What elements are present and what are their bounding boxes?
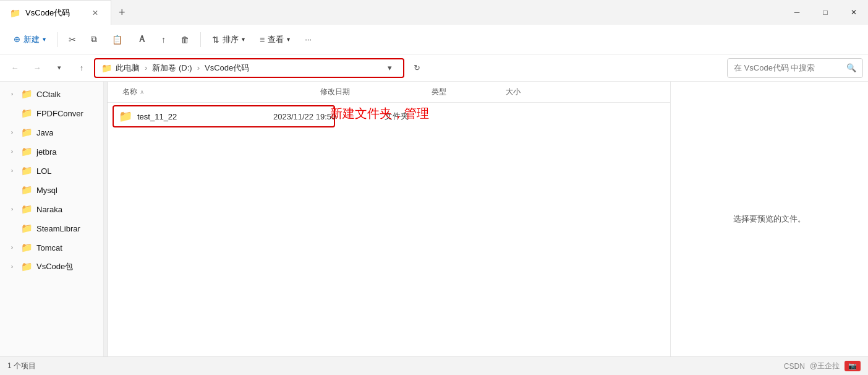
chevron-icon: › [11, 264, 17, 270]
sort-asc-icon: ∧ [140, 88, 144, 95]
view-label: 查看 [268, 34, 284, 45]
cut-button[interactable]: ✂ [62, 32, 82, 48]
copy-icon: ⧉ [91, 34, 97, 45]
recent-button[interactable]: ▾ [49, 58, 69, 78]
copy-button[interactable]: ⧉ [85, 31, 103, 48]
address-folder-icon: 📁 [101, 63, 112, 73]
folder-icon: 📁 [21, 223, 33, 234]
sidebar-item-label: Tomcat [36, 243, 62, 252]
col-header-size[interactable]: 大小 [501, 84, 563, 100]
sidebar-item-label: Naraka [36, 205, 62, 214]
address-sep-2: › [197, 63, 200, 72]
new-icon: ⊕ [14, 35, 20, 44]
sidebar-item-fpdfconver[interactable]: › 📁 FPDFConver [2, 104, 101, 123]
sort-button[interactable]: ⇅ 排序 ▾ [206, 31, 251, 48]
paste-icon: 📋 [112, 35, 122, 45]
col-header-name[interactable]: 名称 ∧ [117, 84, 315, 100]
chevron-icon: › [11, 168, 17, 174]
file-type: 文件夹 [385, 111, 459, 122]
sidebar-item-naraka[interactable]: › 📁 Naraka [2, 200, 101, 218]
sidebar-item-label: Mysql [36, 186, 57, 195]
col-size-label: 大小 [506, 87, 521, 96]
sidebar-item-jetbra[interactable]: › 📁 jetbra [2, 142, 101, 161]
sidebar-item-label: Java [36, 128, 53, 137]
sidebar-item-vscode[interactable]: › 📁 VsCode包 [2, 257, 101, 276]
paste-button[interactable]: 📋 [106, 32, 129, 48]
chevron-icon: › [11, 149, 17, 155]
refresh-button[interactable]: ↻ [407, 58, 427, 78]
sidebar-item-tomcat[interactable]: › 📁 Tomcat [2, 238, 101, 257]
col-type-label: 类型 [432, 87, 446, 96]
view-icon: ≡ [260, 35, 265, 45]
title-bar: 📁 VsCode代码 ✕ + ─ □ ✕ [0, 0, 868, 25]
sidebar-item-steamlibrar[interactable]: › 📁 SteamLibrar [2, 219, 101, 238]
view-button[interactable]: ≡ 查看 ▾ [253, 31, 296, 48]
up-button[interactable]: ↑ [72, 58, 91, 78]
file-name: test_11_22 [137, 112, 273, 121]
folder-icon: 📁 [21, 146, 33, 157]
chevron-icon: › [11, 91, 17, 97]
view-dropdown-icon: ▾ [287, 36, 290, 43]
address-dropdown-button[interactable]: ▾ [382, 61, 397, 75]
col-header-date[interactable]: 修改日期 [315, 84, 427, 100]
rename-icon: Ａ [137, 33, 147, 45]
maximize-button[interactable]: □ [811, 0, 840, 25]
content-body: 新建文件夹，管理 📁 test_11_22 2023/11/22 19:50 文… [108, 103, 670, 356]
file-date: 2023/11/22 19:50 [273, 112, 385, 121]
toolbar-separator-1 [57, 32, 57, 47]
address-sep-1: › [145, 63, 147, 72]
back-button[interactable]: ← [5, 58, 25, 78]
sort-label: 排序 [223, 34, 239, 45]
cut-icon: ✂ [69, 35, 76, 45]
address-part-2: 新加卷 (D:) [152, 62, 192, 74]
tab-area: 📁 VsCode代码 ✕ + [0, 0, 783, 25]
watermark-author: @王企拉 [810, 361, 840, 371]
sidebar-item-cctalk[interactable]: › 📁 CCtalk [2, 85, 101, 103]
col-header-type[interactable]: 类型 [427, 84, 501, 100]
watermark: CSDN @王企拉 📷 [784, 361, 861, 371]
preview-pane: 选择要预览的文件。 [670, 82, 868, 356]
sidebar-item-label: CCtalk [36, 90, 61, 99]
search-box[interactable]: 🔍 [727, 58, 863, 78]
address-bar[interactable]: 📁 此电脑 › 新加卷 (D:) › VsCode代码 ▾ [94, 58, 404, 78]
sidebar-item-mysql[interactable]: › 📁 Mysql [2, 181, 101, 199]
tab-close-button[interactable]: ✕ [90, 7, 101, 19]
sidebar-item-java[interactable]: › 📁 Java [2, 123, 101, 142]
tab-folder-icon: 📁 [10, 8, 20, 18]
new-button[interactable]: ⊕ 新建 ▾ [7, 31, 52, 48]
col-name-label: 名称 [122, 87, 137, 97]
sidebar: › 📁 CCtalk › 📁 FPDFConver › 📁 Java › 📁 j… [0, 82, 104, 356]
folder-icon: 📁 [21, 184, 33, 196]
new-label: 新建 [23, 34, 40, 45]
address-row: ← → ▾ ↑ 📁 此电脑 › 新加卷 (D:) › VsCode代码 ▾ ↻ … [0, 54, 868, 82]
new-dropdown-icon: ▾ [43, 36, 46, 43]
search-icon: 🔍 [846, 63, 856, 72]
forward-button[interactable]: → [27, 58, 47, 78]
close-button[interactable]: ✕ [840, 0, 868, 25]
watermark-badge: 📷 [845, 361, 861, 371]
window-controls: ─ □ ✕ [783, 0, 868, 25]
tab-label: VsCode代码 [25, 7, 70, 19]
file-folder-icon: 📁 [119, 110, 132, 123]
new-tab-button[interactable]: + [111, 0, 133, 25]
col-date-label: 修改日期 [320, 87, 350, 96]
content-area: 名称 ∧ 修改日期 类型 大小 新建文件夹，管理 [108, 82, 670, 356]
share-button[interactable]: ↑ [155, 32, 172, 48]
minimize-button[interactable]: ─ [783, 0, 811, 25]
folder-icon: 📁 [21, 127, 33, 138]
sidebar-item-lol[interactable]: › 📁 LOL [2, 162, 101, 180]
more-button[interactable]: ··· [299, 32, 318, 47]
active-tab[interactable]: 📁 VsCode代码 ✕ [0, 0, 111, 25]
rename-button[interactable]: Ａ [131, 30, 153, 48]
folder-icon: 📁 [21, 261, 33, 272]
folder-icon: 📁 [21, 88, 33, 100]
table-row[interactable]: 📁 test_11_22 2023/11/22 19:50 文件夹 [113, 105, 335, 127]
watermark-platform: CSDN [784, 362, 805, 371]
delete-button[interactable]: 🗑 [174, 32, 195, 48]
share-icon: ↑ [161, 35, 166, 45]
sort-icon: ⇅ [212, 35, 219, 45]
more-icon: ··· [305, 35, 312, 44]
search-input[interactable] [734, 63, 843, 72]
folder-icon: 📁 [21, 108, 33, 119]
folder-icon: 📁 [21, 165, 33, 176]
